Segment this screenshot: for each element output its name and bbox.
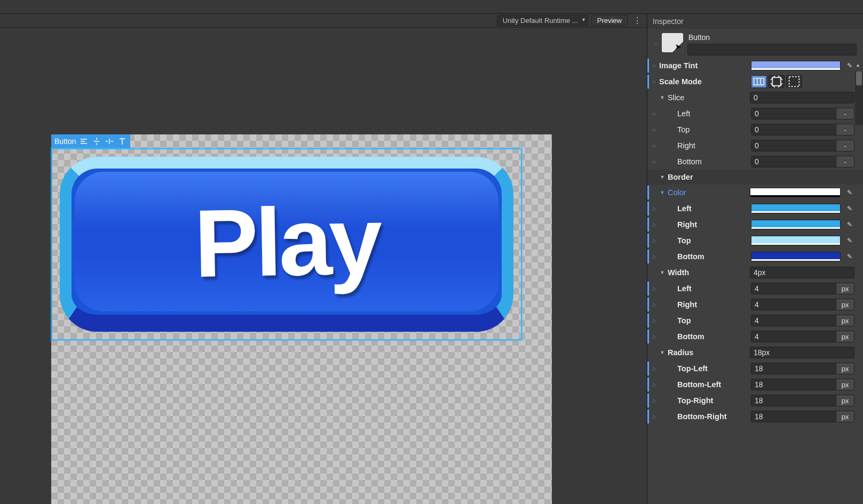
override-indicator[interactable]: ○	[651, 333, 657, 340]
override-indicator[interactable]: ○	[651, 237, 657, 244]
border-color-label: Color	[668, 188, 748, 197]
border-color-right-label: Right	[659, 220, 749, 229]
scale-mode-fit[interactable]	[786, 75, 802, 88]
border-color-top-label: Top	[659, 236, 749, 245]
radius-tr-field[interactable]: 18	[751, 395, 836, 406]
viewport-menu-icon[interactable]: ⋮	[631, 15, 644, 26]
slice-top-unit[interactable]: -	[836, 124, 854, 135]
override-indicator[interactable]: ○	[651, 397, 657, 404]
slice-bottom-field[interactable]: 0	[751, 156, 836, 167]
scale-mode-stretch[interactable]	[751, 75, 767, 88]
border-color-top-swatch[interactable]	[751, 236, 841, 245]
eyedropper-icon[interactable]: ✎	[845, 220, 854, 229]
eyedropper-icon[interactable]: ✎	[845, 204, 854, 213]
override-indicator[interactable]: ○	[651, 126, 657, 133]
preview-button[interactable]: Preview	[591, 15, 628, 26]
row-slice-bottom: ○ Bottom 0-	[647, 154, 863, 170]
border-label: Border	[668, 173, 748, 181]
slice-right-field[interactable]: 0	[751, 140, 836, 151]
width-top-unit[interactable]: px	[836, 315, 854, 326]
svg-rect-11	[754, 78, 764, 85]
row-border-width-bottom: ○ Bottom 4px	[647, 329, 863, 345]
border-radius-label: Radius	[668, 348, 748, 357]
selection-header[interactable]: Button	[51, 134, 130, 148]
override-indicator[interactable]: ○	[651, 285, 657, 292]
override-indicator[interactable]: ○	[651, 142, 657, 149]
override-indicator[interactable]: ○	[651, 381, 657, 388]
eyedropper-icon[interactable]: ✎	[845, 188, 854, 197]
foldout-icon[interactable]: ▼	[659, 95, 666, 100]
image-tint-swatch[interactable]	[751, 61, 841, 70]
override-indicator[interactable]: ○	[651, 365, 657, 372]
viewport[interactable]: Button Play	[0, 28, 647, 504]
scale-mode-crop[interactable]	[769, 75, 785, 88]
width-bottom-unit[interactable]: px	[836, 331, 854, 342]
width-right-unit[interactable]: px	[836, 299, 854, 310]
border-color-swatch[interactable]	[750, 188, 841, 197]
runtime-dropdown[interactable]: Unity Default Runtime ...	[497, 15, 588, 26]
width-right-field[interactable]: 4	[751, 299, 836, 310]
border-width-field[interactable]: 4px	[750, 267, 854, 278]
slice-field[interactable]: 0	[750, 92, 854, 103]
border-color-right-swatch[interactable]	[751, 220, 841, 229]
element-name-field[interactable]	[687, 44, 857, 55]
border-color-bottom-swatch[interactable]	[751, 252, 841, 261]
radius-br-field[interactable]: 18	[751, 411, 836, 422]
row-slice-right: ○ Right 0-	[647, 138, 863, 154]
width-right-label: Right	[659, 300, 749, 309]
width-left-field[interactable]: 4	[751, 283, 836, 294]
align-vertical-icon[interactable]	[92, 137, 101, 146]
row-border-width-right: ○ Right 4px	[647, 297, 863, 313]
radius-bl-unit[interactable]: px	[836, 379, 854, 390]
width-left-unit[interactable]: px	[836, 283, 854, 294]
text-tool-icon[interactable]	[117, 137, 127, 146]
foldout-icon[interactable]: ▼	[659, 270, 666, 275]
override-indicator[interactable]: ○	[651, 62, 657, 69]
override-indicator[interactable]: ○	[651, 158, 657, 165]
row-border-color-bottom: ○ Bottom ✎	[647, 249, 863, 265]
override-indicator[interactable]: ○	[651, 110, 657, 117]
slice-left-unit[interactable]: -	[836, 108, 854, 119]
slice-bottom-unit[interactable]: -	[836, 156, 854, 167]
slice-left-field[interactable]: 0	[751, 108, 836, 119]
slice-right-unit[interactable]: -	[836, 140, 854, 151]
width-top-field[interactable]: 4	[751, 315, 836, 326]
border-width-label: Width	[668, 268, 748, 277]
foldout-icon[interactable]: ▼	[659, 350, 666, 355]
slice-right-label: Right	[659, 141, 749, 150]
radius-tl-field[interactable]: 18	[751, 363, 836, 374]
align-horizontal-icon[interactable]	[105, 137, 114, 146]
width-bottom-label: Bottom	[659, 332, 749, 341]
radius-tl-label: Top-Left	[659, 364, 749, 373]
eyedropper-icon[interactable]: ✎	[845, 236, 854, 245]
border-radius-field[interactable]: 18px	[750, 347, 854, 358]
row-border-color-left: ○ Left ✎	[647, 201, 863, 217]
override-indicator[interactable]: ○	[651, 413, 657, 420]
override-indicator[interactable]: ○	[651, 205, 657, 212]
selection-outline[interactable]: Play	[51, 148, 522, 340]
radius-tl-unit[interactable]: px	[836, 363, 854, 374]
radius-bl-field[interactable]: 18	[751, 379, 836, 390]
row-border-color: ○ ▼ Color ✎	[647, 185, 863, 201]
override-indicator[interactable]: ○	[651, 253, 657, 260]
radius-tr-unit[interactable]: px	[836, 395, 854, 406]
selection-label: Button	[54, 137, 76, 146]
border-color-left-swatch[interactable]	[751, 204, 841, 213]
foldout-icon[interactable]: ▼	[659, 190, 666, 195]
radius-br-unit[interactable]: px	[836, 411, 854, 422]
foldout-icon[interactable]: ▼	[659, 174, 666, 180]
play-button-element[interactable]: Play	[60, 157, 513, 332]
override-indicator[interactable]: ○	[651, 301, 657, 308]
eyedropper-icon[interactable]: ✎	[845, 252, 854, 261]
override-indicator[interactable]: ○	[651, 317, 657, 324]
slice-top-field[interactable]: 0	[751, 124, 836, 135]
element-type-icon: ➤	[662, 33, 683, 52]
eyedropper-icon[interactable]: ✎	[845, 61, 854, 70]
override-indicator[interactable]: ○	[651, 78, 657, 85]
align-left-icon[interactable]	[79, 137, 89, 146]
override-indicator[interactable]: ○	[654, 41, 658, 47]
width-bottom-field[interactable]: 4	[751, 331, 836, 342]
override-indicator[interactable]: ○	[651, 221, 657, 228]
row-radius-tr: ○ Top-Right 18px	[647, 393, 863, 409]
row-radius-bl: ○ Bottom-Left 18px	[647, 377, 863, 393]
